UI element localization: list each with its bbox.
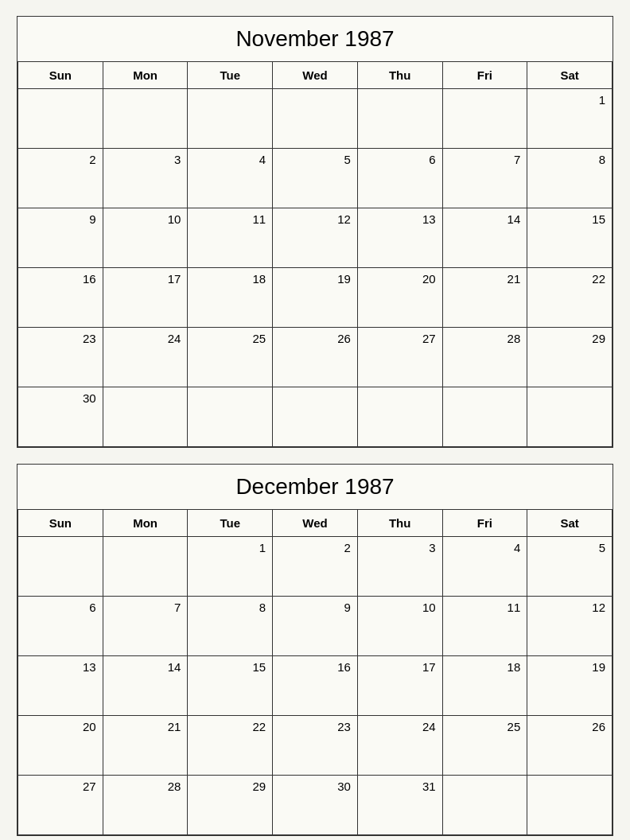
table-row: 22 (527, 268, 612, 328)
table-row: 24 (103, 328, 189, 387)
table-row: 25 (188, 328, 273, 387)
table-row: 19 (273, 268, 358, 328)
dec-header-thu: Thu (358, 510, 443, 537)
table-row: 14 (103, 656, 189, 716)
table-row: 18 (188, 268, 273, 328)
dec-header-wed: Wed (273, 510, 358, 537)
table-row (18, 537, 103, 597)
table-row: 6 (358, 149, 443, 208)
table-row: 7 (443, 149, 528, 208)
table-row: 5 (273, 149, 358, 208)
table-row: 28 (443, 328, 528, 387)
nov-header-wed: Wed (273, 62, 358, 89)
dec-header-mon: Mon (103, 510, 189, 537)
table-row: 29 (188, 776, 273, 835)
table-row: 14 (443, 208, 528, 268)
nov-header-tue: Tue (188, 62, 273, 89)
dec-header-sat: Sat (527, 510, 612, 537)
table-row (103, 387, 189, 447)
november-title: November 1987 (18, 17, 612, 62)
table-row: 10 (358, 597, 443, 656)
table-row: 12 (273, 208, 358, 268)
table-row (273, 387, 358, 447)
table-row: 17 (358, 656, 443, 716)
table-row: 4 (443, 537, 528, 597)
table-row (358, 387, 443, 447)
table-row: 21 (103, 716, 189, 776)
table-row: 7 (103, 597, 189, 656)
table-row: 24 (358, 716, 443, 776)
table-row: 5 (527, 537, 612, 597)
table-row: 13 (18, 656, 103, 716)
table-row: 22 (188, 716, 273, 776)
table-row: 27 (358, 328, 443, 387)
december-grid: Sun Mon Tue Wed Thu Fri Sat 1 2 3 4 5 6 … (18, 510, 612, 835)
table-row: 11 (188, 208, 273, 268)
table-row: 15 (188, 656, 273, 716)
table-row: 4 (188, 149, 273, 208)
december-title: December 1987 (18, 465, 612, 510)
table-row: 20 (18, 716, 103, 776)
table-row: 21 (443, 268, 528, 328)
table-row: 15 (527, 208, 612, 268)
table-row: 1 (188, 537, 273, 597)
november-calendar: November 1987 Sun Mon Tue Wed Thu Fri Sa… (17, 16, 613, 448)
table-row: 23 (273, 716, 358, 776)
table-row: 9 (18, 208, 103, 268)
nov-header-mon: Mon (103, 62, 189, 89)
table-row (188, 387, 273, 447)
table-row: 6 (18, 597, 103, 656)
table-row: 30 (18, 387, 103, 447)
table-row: 11 (443, 597, 528, 656)
table-row (18, 89, 103, 149)
table-row: 16 (273, 656, 358, 716)
table-row: 1 (527, 89, 612, 149)
table-row (273, 89, 358, 149)
table-row: 16 (18, 268, 103, 328)
table-row: 17 (103, 268, 189, 328)
table-row: 8 (527, 149, 612, 208)
table-row: 27 (18, 776, 103, 835)
nov-header-fri: Fri (443, 62, 528, 89)
november-grid: Sun Mon Tue Wed Thu Fri Sat 1 2 3 4 5 6 … (18, 62, 612, 447)
table-row: 19 (527, 656, 612, 716)
table-row (103, 89, 189, 149)
table-row (103, 537, 189, 597)
nov-header-thu: Thu (358, 62, 443, 89)
table-row (188, 89, 273, 149)
dec-header-tue: Tue (188, 510, 273, 537)
december-calendar: December 1987 Sun Mon Tue Wed Thu Fri Sa… (17, 464, 613, 836)
table-row: 8 (188, 597, 273, 656)
table-row: 2 (18, 149, 103, 208)
table-row: 3 (103, 149, 189, 208)
table-row: 2 (273, 537, 358, 597)
nov-header-sat: Sat (527, 62, 612, 89)
table-row (527, 387, 612, 447)
dec-header-sun: Sun (18, 510, 103, 537)
table-row: 13 (358, 208, 443, 268)
table-row: 25 (443, 716, 528, 776)
table-row: 18 (443, 656, 528, 716)
table-row: 28 (103, 776, 189, 835)
table-row: 10 (103, 208, 189, 268)
table-row: 12 (527, 597, 612, 656)
table-row: 23 (18, 328, 103, 387)
table-row: 26 (273, 328, 358, 387)
table-row: 9 (273, 597, 358, 656)
table-row: 29 (527, 328, 612, 387)
table-row (443, 89, 528, 149)
table-row: 31 (358, 776, 443, 835)
dec-header-fri: Fri (443, 510, 528, 537)
table-row (443, 776, 528, 835)
table-row (527, 776, 612, 835)
table-row (358, 89, 443, 149)
table-row: 20 (358, 268, 443, 328)
table-row: 30 (273, 776, 358, 835)
table-row: 3 (358, 537, 443, 597)
table-row: 26 (527, 716, 612, 776)
table-row (443, 387, 528, 447)
nov-header-sun: Sun (18, 62, 103, 89)
